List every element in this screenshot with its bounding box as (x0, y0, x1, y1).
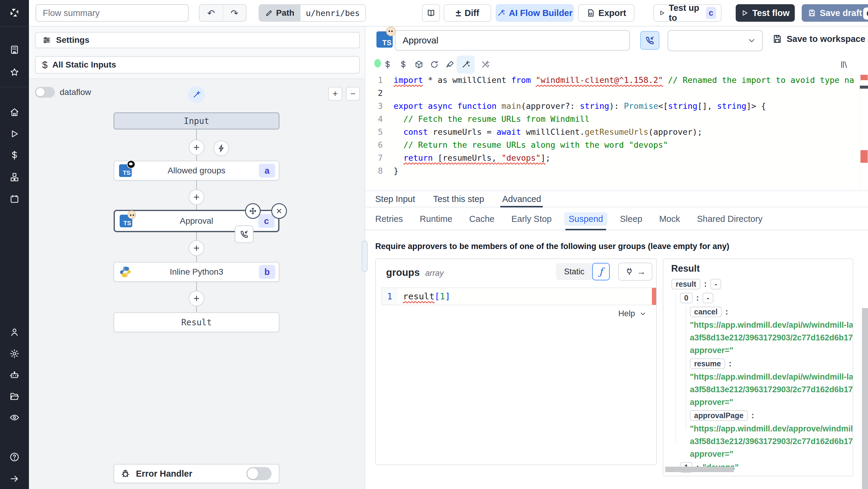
add-step-button[interactable] (189, 189, 204, 205)
variables-icon[interactable] (0, 149, 29, 161)
add-step-button[interactable] (189, 240, 204, 256)
tab-advanced[interactable]: Advanced (502, 191, 541, 207)
all-static-inputs-button[interactable]: $ All Static Inputs (35, 56, 360, 73)
plug-icon (625, 267, 634, 276)
script-version-select[interactable] (668, 30, 763, 51)
error-handler-card[interactable]: Error Handler (114, 464, 279, 483)
code-line-5[interactable]: 5 const resumeUrls = await wmillClient.g… (365, 125, 860, 139)
home-icon[interactable] (0, 106, 29, 118)
suspend-approval-chip[interactable] (235, 225, 253, 243)
docs-button[interactable] (422, 4, 440, 22)
ai-flow-builder-button[interactable]: AI Flow Builder (496, 4, 574, 22)
help-icon[interactable] (0, 451, 29, 463)
collapse-toggle-chip[interactable]: - (703, 293, 713, 303)
settings-gear-icon[interactable] (0, 347, 29, 360)
collapse-toggle-chip[interactable]: - (710, 279, 721, 289)
runs-icon[interactable] (0, 128, 29, 140)
favorites-star-icon[interactable] (0, 66, 29, 79)
resources-dollar-icon[interactable] (396, 57, 411, 72)
graph-node-result[interactable]: Result (114, 312, 279, 332)
format-brush-icon[interactable] (442, 57, 458, 72)
code-line-4[interactable]: 4 // Fetch the resume URLs from Windmill (365, 113, 860, 125)
editor-scrollbar-thumb[interactable] (860, 86, 868, 89)
graph-node-input[interactable]: Input (114, 113, 279, 129)
undo-button[interactable]: ↶ (199, 5, 223, 21)
code-line-3[interactable]: 3export async function main(approver?: s… (365, 99, 860, 113)
collapse-arrow-icon[interactable] (0, 473, 29, 485)
library-icon[interactable] (836, 57, 852, 72)
code-line-1[interactable]: 1import * as wmillClient from "windmill-… (365, 73, 860, 87)
add-step-button[interactable] (189, 140, 204, 155)
subtab-retries[interactable]: Retries (375, 208, 403, 230)
subtab-sleep[interactable]: Sleep (620, 208, 642, 230)
ai-disabled-icon[interactable] (477, 57, 493, 72)
code-line-2[interactable]: 2 (365, 87, 860, 99)
redo-button[interactable]: ↷ (223, 5, 246, 21)
test-up-to-button[interactable]: Test up to c (653, 4, 721, 22)
schedules-icon[interactable] (0, 193, 29, 205)
help-dropdown[interactable]: Help (618, 309, 647, 318)
result-panel: Result result:-0:-cancel:"https://app.wi… (663, 258, 853, 476)
graph-node-inline-python3[interactable]: Inline Python3 b (114, 262, 279, 282)
user-icon[interactable] (0, 326, 29, 338)
diff-button[interactable]: ± Diff (444, 4, 491, 22)
ai-assistant-icon[interactable] (457, 56, 475, 73)
delete-step-button[interactable] (271, 203, 287, 219)
step-name-input[interactable]: Approval (395, 30, 630, 51)
tab-step-input[interactable]: Step Input (375, 191, 415, 207)
flow-settings-button[interactable]: Settings (35, 32, 360, 48)
connect-input-button[interactable]: → (618, 263, 652, 281)
page-vertical-scrollbar[interactable] (862, 308, 868, 489)
add-step-button[interactable] (189, 291, 204, 306)
result-horizontal-scrollbar[interactable] (665, 467, 734, 472)
save-to-workspace-button[interactable]: Save to workspace (772, 34, 865, 44)
resources-icon[interactable] (0, 171, 29, 183)
code-editor[interactable]: 1import * as wmillClient from "windmill-… (365, 73, 860, 190)
move-step-button[interactable] (245, 203, 261, 219)
pencil-icon (265, 9, 273, 17)
save-draft-button[interactable]: Save draft C (802, 4, 868, 22)
json-key-chip[interactable]: cancel (690, 307, 722, 317)
groups-expression-editor[interactable]: 1 result[1] (381, 287, 656, 305)
package-icon[interactable] (411, 57, 427, 72)
tab-test-this-step[interactable]: Test this step (433, 191, 484, 207)
subtab-mock[interactable]: Mock (659, 208, 680, 230)
json-key-chip[interactable]: approvalPage (690, 410, 748, 421)
test-flow-button[interactable]: Test flow (736, 4, 795, 22)
path-value[interactable]: u/henri/bes (301, 5, 365, 21)
zoom-out-button[interactable]: − (346, 87, 360, 101)
ai-graph-button[interactable] (188, 86, 205, 103)
groups-mode-controls: Static ƒ → (556, 263, 652, 281)
flow-panel-top: Settings $ All Static Inputs (29, 27, 365, 79)
subtab-shared-directory[interactable]: Shared Directory (697, 208, 763, 230)
flow-summary-input[interactable]: Flow summary (36, 4, 189, 22)
panel-splitter-handle[interactable] (362, 241, 368, 272)
variables-dollar-icon[interactable] (380, 57, 396, 72)
workers-robot-icon[interactable] (0, 369, 29, 381)
expression-mode-button[interactable]: ƒ (592, 263, 610, 280)
subtab-runtime[interactable]: Runtime (420, 208, 453, 230)
json-key-chip[interactable]: 0 (680, 293, 692, 303)
folders-icon[interactable] (0, 390, 29, 402)
subtab-cache[interactable]: Cache (469, 208, 495, 230)
workspace-icon[interactable] (0, 44, 29, 56)
json-key-chip[interactable]: result (672, 279, 701, 289)
error-handler-toggle[interactable] (246, 467, 272, 480)
subtab-suspend[interactable]: Suspend (568, 208, 603, 230)
path-button[interactable]: Path (259, 5, 301, 21)
dataflow-toggle[interactable] (35, 87, 55, 98)
reload-icon[interactable] (427, 57, 442, 72)
audit-eye-icon[interactable] (0, 411, 29, 424)
subtab-early-stop[interactable]: Early Stop (512, 208, 552, 230)
export-button[interactable]: Export (578, 4, 634, 22)
code-line-6[interactable]: 6 // Return the resume URLs along with t… (365, 139, 860, 151)
zoom-in-button[interactable]: + (328, 87, 342, 101)
static-mode-button[interactable]: Static (556, 263, 592, 280)
graph-node-allowed-groups[interactable]: TS Allowed groups a (114, 161, 279, 181)
code-line-7[interactable]: 7 return [resumeUrls, "devops"]; (365, 151, 860, 164)
suspend-mode-button[interactable] (640, 31, 659, 50)
json-key-chip[interactable]: resume (690, 359, 725, 369)
windmill-logo-icon[interactable] (0, 5, 29, 21)
add-trigger-button[interactable] (213, 141, 229, 156)
code-line-8[interactable]: 8} (365, 164, 860, 177)
